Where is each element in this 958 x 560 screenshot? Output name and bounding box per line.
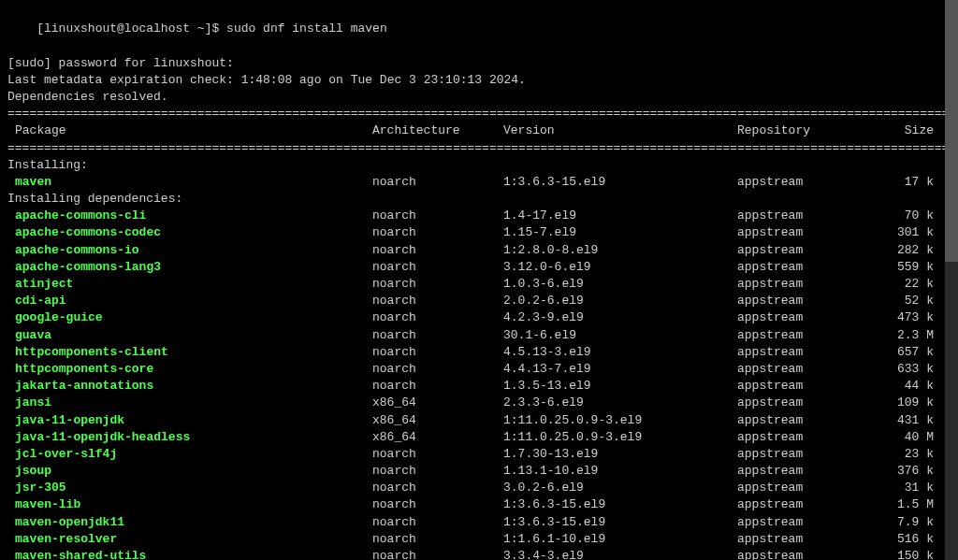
package-row: apache-commons-lang3noarch3.12.0-6.el9ap… [7, 259, 951, 276]
package-name: jsoup [7, 463, 372, 480]
package-name: apache-commons-codec [7, 224, 372, 241]
shell-prompt: [linuxshout@localhost ~]$ [36, 22, 219, 36]
package-repo: appstream [737, 242, 878, 259]
package-size: 301 k [878, 224, 934, 241]
header-repo: Repository [737, 122, 878, 139]
package-size: 17 k [878, 174, 934, 191]
package-name: java-11-openjdk-headless [7, 429, 372, 446]
installing-deps-section-label: Installing dependencies: [7, 191, 951, 208]
header-package: Package [7, 122, 372, 139]
package-version: 1:1.6.1-10.el9 [503, 531, 737, 548]
package-size: 109 k [878, 395, 934, 411]
package-repo: appstream [737, 174, 878, 191]
package-row: httpcomponents-clientnoarch4.5.13-3.el9a… [7, 344, 951, 361]
package-arch: x86_64 [372, 412, 503, 429]
package-name: apache-commons-io [7, 242, 372, 259]
header-arch: Architecture [372, 122, 503, 139]
package-row: apache-commons-ionoarch1:2.8.0-8.el9apps… [7, 242, 951, 259]
package-row: maven-openjdk11noarch1:3.6.3-15.el9appst… [7, 514, 951, 531]
package-size: 22 k [878, 276, 934, 293]
header-size: Size [878, 122, 934, 139]
package-size: 31 k [878, 480, 934, 496]
package-name: maven-openjdk11 [7, 514, 372, 531]
package-version: 3.3.4-3.el9 [503, 548, 737, 560]
package-row: google-guicenoarch4.2.3-9.el9appstream47… [7, 309, 951, 326]
package-arch: noarch [372, 327, 503, 344]
package-repo: appstream [737, 361, 878, 378]
command-line: [linuxshout@localhost ~]$ sudo dnf insta… [7, 4, 951, 55]
package-repo: appstream [737, 293, 878, 309]
package-arch: noarch [372, 242, 503, 259]
package-arch: noarch [372, 463, 503, 480]
package-repo: appstream [737, 378, 878, 395]
package-arch: x86_64 [372, 395, 503, 411]
package-repo: appstream [737, 480, 878, 496]
installing-section-label: Installing: [7, 157, 951, 174]
package-row: jcl-over-slf4jnoarch1.7.30-13.el9appstre… [7, 446, 951, 463]
package-version: 4.5.13-3.el9 [503, 344, 737, 361]
package-name: apache-commons-lang3 [7, 259, 372, 276]
package-row: httpcomponents-corenoarch4.4.13-7.el9app… [7, 361, 951, 378]
package-arch: noarch [372, 548, 503, 560]
package-size: 473 k [878, 309, 934, 326]
package-name: google-guice [7, 309, 372, 326]
package-version: 1.7.30-13.el9 [503, 446, 737, 463]
package-size: 633 k [878, 361, 934, 378]
entered-command: sudo dnf install maven [226, 22, 387, 36]
package-arch: noarch [372, 496, 503, 513]
package-size: 23 k [878, 446, 934, 463]
package-name: httpcomponents-client [7, 344, 372, 361]
package-name: guava [7, 327, 372, 344]
package-repo: appstream [737, 514, 878, 531]
package-name: jakarta-annotations [7, 378, 372, 395]
package-version: 1.15-7.el9 [503, 224, 737, 241]
package-repo: appstream [737, 395, 878, 411]
package-version: 1:11.0.25.0.9-3.el9 [503, 429, 737, 446]
package-size: 431 k [878, 412, 934, 429]
package-name: cdi-api [7, 293, 372, 309]
package-version: 1:3.6.3-15.el9 [503, 174, 737, 191]
package-arch: noarch [372, 174, 503, 191]
package-row: maven-shared-utilsnoarch3.3.4-3.el9appst… [7, 548, 951, 560]
package-row: java-11-openjdk-headlessx86_641:11.0.25.… [7, 429, 951, 446]
package-version: 1:3.6.3-15.el9 [503, 496, 737, 513]
package-arch: noarch [372, 480, 503, 496]
package-version: 1:2.8.0-8.el9 [503, 242, 737, 259]
package-name: atinject [7, 276, 372, 293]
package-version: 1.0.3-6.el9 [503, 276, 737, 293]
package-arch: noarch [372, 208, 503, 224]
package-version: 1:11.0.25.0.9-3.el9 [503, 412, 737, 429]
package-row: maven-libnoarch1:3.6.3-15.el9appstream1.… [7, 496, 951, 513]
package-size: 7.9 k [878, 514, 934, 531]
package-version: 2.3.3-6.el9 [503, 395, 737, 411]
package-size: 150 k [878, 548, 934, 560]
package-size: 40 M [878, 429, 934, 446]
package-arch: noarch [372, 276, 503, 293]
package-repo: appstream [737, 446, 878, 463]
package-repo: appstream [737, 309, 878, 326]
package-row: cdi-apinoarch2.0.2-6.el9appstream52 k [7, 293, 951, 309]
package-version: 3.0.2-6.el9 [503, 480, 737, 496]
package-size: 2.3 M [878, 327, 934, 344]
dependencies-list: apache-commons-clinoarch1.4-17.el9appstr… [7, 208, 951, 560]
scrollbar-vertical[interactable] [945, 0, 958, 560]
package-arch: noarch [372, 378, 503, 395]
package-row: apache-commons-codecnoarch1.15-7.el9apps… [7, 224, 951, 241]
scrollbar-thumb[interactable] [945, 0, 958, 262]
package-name: httpcomponents-core [7, 361, 372, 378]
package-version: 3.12.0-6.el9 [503, 259, 737, 276]
package-repo: appstream [737, 463, 878, 480]
package-size: 282 k [878, 242, 934, 259]
header-version: Version [503, 122, 737, 139]
divider-top: ========================================… [7, 106, 951, 122]
package-arch: noarch [372, 259, 503, 276]
package-size: 1.5 M [878, 496, 934, 513]
package-repo: appstream [737, 276, 878, 293]
package-size: 44 k [878, 378, 934, 395]
package-name: jsr-305 [7, 480, 372, 496]
package-size: 516 k [878, 531, 934, 548]
package-repo: appstream [737, 531, 878, 548]
package-arch: noarch [372, 531, 503, 548]
package-name: jcl-over-slf4j [7, 446, 372, 463]
divider-bottom: ========================================… [7, 140, 951, 157]
